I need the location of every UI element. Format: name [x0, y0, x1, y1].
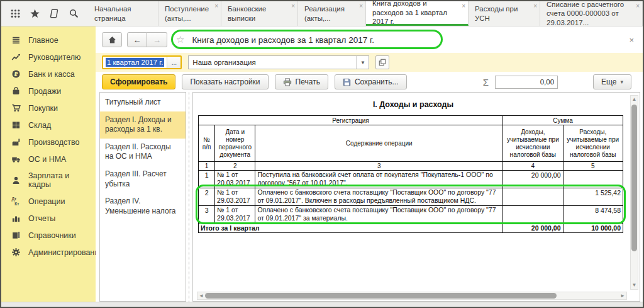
sidebar-item-proizvodstvo[interactable]: Производство [1, 134, 96, 151]
save-label: Сохранить... [355, 77, 399, 86]
table-group-header-row: Регистрация Сумма [199, 116, 623, 125]
history-icon[interactable] [49, 8, 60, 19]
generate-button[interactable]: Сформировать [102, 74, 175, 89]
sidebar-item-prodazhi[interactable]: Продажи [1, 83, 96, 100]
section-item-razdel-1[interactable]: Раздел I. Доходы и расходы за 1 кв. [100, 111, 186, 139]
tab-rashody-usn[interactable]: Расходы при УСН× [469, 1, 540, 26]
cell-num: 3 [199, 206, 215, 224]
sidebar-item-bank-i-kassa[interactable]: ₽ Банк и касса [1, 66, 96, 83]
sidebar-item-spravochniki[interactable]: Справочники [1, 227, 96, 244]
tab-kniga-dohodov[interactable]: Книга доходов и расходов за 1 квартал 20… [366, 1, 469, 26]
report-table: Регистрация Сумма № п/п Дата и номер пер… [198, 115, 623, 233]
svg-text:Кт: Кт [14, 202, 19, 206]
cell-income: 20 000,00 [503, 171, 563, 188]
cell-expense: 8 474,58 [563, 206, 623, 224]
period-picker-button[interactable]: ... [167, 57, 180, 68]
sidebar-item-sklad[interactable]: Склад [1, 117, 96, 134]
sidebar-item-administrirovanie[interactable]: Администрирование [1, 244, 96, 261]
tab-label: Расходы при УСН [475, 4, 531, 23]
table-row-3[interactable]: 3 № 1 от 29.03.2017 Оплачено с банковско… [199, 206, 623, 224]
tab-close-icon[interactable]: × [359, 3, 363, 9]
debit-credit-icon: ДтКт [11, 197, 21, 206]
home-button[interactable] [102, 32, 122, 47]
cell-num: 1 [199, 171, 215, 188]
sum-field[interactable] [495, 76, 558, 89]
sidebar-item-pokupki[interactable]: Покупки [1, 100, 96, 117]
organization-combobox[interactable]: Наша организация ▼ [188, 55, 369, 69]
period-field-group: 1 квартал 2017 г. ... [102, 55, 182, 69]
cell-expense: 1 525,42 [563, 188, 623, 206]
period-input[interactable]: 1 квартал 2017 г. [103, 57, 167, 68]
sidebar-item-rukovoditelyu[interactable]: Руководителю [1, 48, 96, 66]
tab-home[interactable]: Начальная страница [88, 1, 158, 26]
section-item-title-page[interactable]: Титульный лист [100, 94, 186, 111]
close-report-icon[interactable]: × [626, 35, 636, 45]
forward-button[interactable]: → [147, 32, 167, 47]
favorites-star-icon[interactable] [30, 8, 40, 19]
tab-close-icon[interactable]: × [533, 3, 537, 9]
tab-label: Начальная страница [94, 4, 149, 23]
tab-bank-vypiski[interactable]: Банковские выписки× [221, 1, 298, 26]
scroll-right-icon[interactable]: ► [619, 293, 626, 299]
sidebar-item-zarplata-kadry[interactable]: Зарплата и кадры [1, 168, 96, 193]
save-floppy-icon [343, 78, 351, 86]
col-header-expense: Расходы, учитываемые при исчислении нало… [563, 125, 623, 162]
print-button[interactable]: Печать [275, 74, 328, 89]
sidebar-item-label: Справочники [28, 231, 76, 240]
tab-bar: Начальная страница Поступление (акты,...… [1, 1, 643, 26]
trend-chart-icon [11, 52, 21, 62]
back-button[interactable]: ← [127, 32, 147, 47]
favorite-star-icon[interactable]: ☆ [176, 34, 184, 45]
sidebar-item-os-i-nma[interactable]: ОС и НМА [1, 151, 96, 168]
scroll-left-icon[interactable]: ◄ [197, 293, 205, 299]
menu-lines-icon [11, 35, 21, 45]
tab-spisanie[interactable]: Списание с расчетного счета 0000-000003 … [540, 1, 643, 26]
show-settings-button[interactable]: Показать настройки [182, 74, 268, 89]
horizontal-scroll-thumb[interactable] [205, 293, 557, 299]
cell-doc: № 1 от 20.03.2017 [215, 171, 255, 188]
sidebar-item-otchety[interactable]: Отчеты [1, 210, 96, 227]
sidebar-item-label: Операции [28, 197, 65, 206]
sidebar-item-operacii[interactable]: ДтКт Операции [1, 193, 96, 210]
horizontal-scrollbar[interactable]: ◄ ► [197, 292, 627, 300]
tab-close-icon[interactable]: × [214, 3, 218, 9]
cart-icon [11, 103, 21, 113]
sidebar-item-label: Отчеты [28, 214, 55, 223]
scroll-down-icon[interactable]: ▼ [632, 282, 637, 289]
sidebar-item-label: Зарплата и кадры [28, 171, 89, 189]
open-in-window-icon [379, 59, 386, 66]
sidebar-item-glavnoe[interactable]: Главное [1, 31, 96, 48]
table-total-row: Итого за I квартал 20 000,00 10 000,00 [199, 224, 623, 233]
search-icon[interactable] [69, 8, 79, 19]
vertical-scroll-thumb[interactable] [631, 105, 637, 251]
table-row-2[interactable]: 2 № 1 от 29.03.2017 Оплачено с банковско… [199, 188, 623, 206]
apps-menu-icon[interactable] [10, 8, 21, 19]
more-button[interactable]: Еще▾ [593, 74, 631, 89]
service-icons [1, 1, 88, 26]
tab-realizacia[interactable]: Реализация (акты,...× [298, 1, 366, 26]
cell-content: Оплачено с банковского счета поставщику … [255, 206, 503, 224]
tab-label: Списание с расчетного счета 0000-000003 … [547, 0, 633, 27]
tab-label: Книга доходов и расходов за 1 квартал 20… [372, 0, 459, 26]
sidebar-item-label: Продажи [28, 87, 61, 96]
bag-icon [11, 86, 21, 96]
status-bar [1, 302, 643, 307]
report-table-wrap: Регистрация Сумма № п/п Дата и номер пер… [198, 115, 623, 233]
tab-close-icon[interactable]: × [636, 3, 640, 9]
tab-close-icon[interactable]: × [462, 3, 465, 9]
tab-postuplenie[interactable]: Поступление (акты,...× [158, 1, 221, 26]
section-item-razdel-3[interactable]: Раздел III. Расчет убытка [100, 166, 186, 193]
tab-close-icon[interactable]: × [291, 3, 295, 9]
col-header-content: Содержание операции [255, 125, 503, 162]
open-organization-button[interactable] [375, 55, 389, 69]
scroll-up-icon[interactable]: ▲ [632, 96, 637, 103]
ruble-coin-icon: ₽ [11, 69, 21, 79]
chevron-down-icon[interactable]: ▼ [356, 56, 369, 69]
cell-doc: № 1 от 29.03.2017 [215, 188, 255, 206]
cell-content: Оплачено с банковского счета поставщику … [255, 188, 503, 206]
save-button[interactable]: Сохранить... [335, 74, 407, 89]
table-row-1[interactable]: 1 № 1 от 20.03.2017 Поступила на банковс… [199, 171, 623, 188]
vertical-scrollbar[interactable]: ▲ ▼ [630, 95, 638, 290]
section-item-razdel-2[interactable]: Раздел II. Расходы на ОС и НМА [100, 139, 186, 166]
section-item-razdel-4[interactable]: Раздел IV. Уменьшение налога [100, 193, 186, 220]
